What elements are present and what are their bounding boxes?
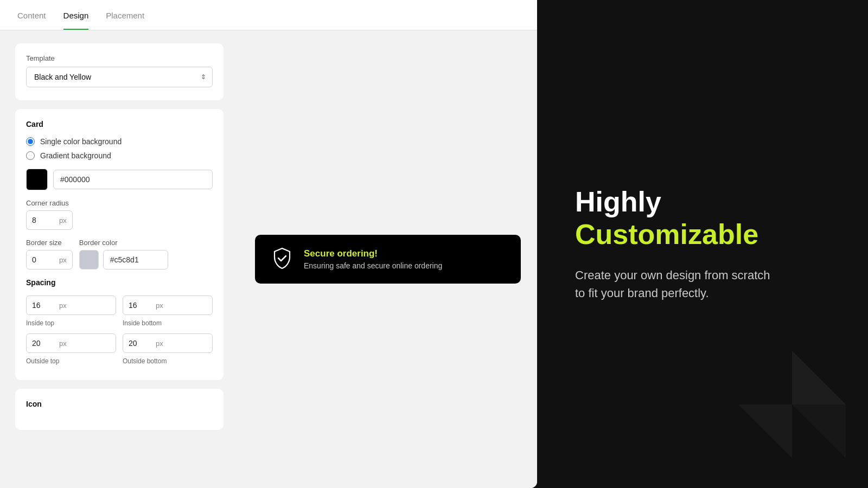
radio-gradient-label: Gradient background [40,151,111,160]
outside-top-field: px Outside top [26,333,116,365]
radio-single-color-label: Single color background [40,137,122,146]
svg-marker-0 [792,351,846,404]
outside-top-input[interactable] [27,334,59,352]
template-label: Template [26,54,213,62]
inside-bottom-wrapper: px [123,296,213,315]
right-panel: Highly Customizable Create your own desi… [537,0,868,488]
left-panel: Content Design Placement Template Black … [0,0,537,488]
inside-top-field: px Inside top [26,296,116,327]
deco-arrows [732,345,852,466]
border-color-col: Border color [79,239,168,269]
border-size-label: Border size [26,239,73,247]
outside-bottom-label: Outside bottom [123,357,213,365]
panel-content: Template Black and Yellow White and Gree… [0,30,537,488]
right-body: Create your own design from scratch to f… [575,266,781,302]
tab-content[interactable]: Content [17,0,46,30]
preview-area: Secure ordering! Ensuring safe and secur… [239,30,537,488]
icon-section-title: Icon [26,400,213,408]
corner-radius-unit: px [59,216,72,224]
notif-subtitle: Ensuring safe and secure online ordering [304,261,442,270]
inside-top-input[interactable] [27,296,59,314]
inside-top-wrapper: px [26,296,116,315]
icon-section: Icon [15,389,224,430]
right-headline: Highly Customizable [575,186,835,251]
border-size-col: Border size px [26,239,73,269]
color-row [26,169,213,190]
card-section: Card Single color background Gradient ba… [15,109,224,380]
border-row: Border size px Border color [26,239,213,269]
tab-placement[interactable]: Placement [106,0,144,30]
template-select-wrapper: Black and Yellow White and Green Blue Cl… [26,67,213,87]
shield-icon [270,246,294,270]
radio-gradient-input[interactable] [26,151,35,160]
inside-bottom-unit: px [156,301,169,310]
bg-type-radio-group: Single color background Gradient backgro… [26,137,213,160]
notif-text: Secure ordering! Ensuring safe and secur… [304,248,442,270]
border-size-input-wrapper: px [26,250,73,269]
radio-gradient[interactable]: Gradient background [26,151,213,160]
border-size-input[interactable] [27,251,59,269]
radio-single-color-input[interactable] [26,137,35,146]
outside-bottom-field: px Outside bottom [123,333,213,365]
svg-marker-2 [792,404,846,458]
border-size-unit: px [59,256,72,264]
shield-icon-wrap [270,246,294,272]
outside-bottom-input[interactable] [123,334,156,352]
border-color-swatch[interactable] [79,250,99,269]
radio-single-color[interactable]: Single color background [26,137,213,146]
inside-top-unit: px [59,301,72,310]
outside-top-unit: px [59,339,72,348]
inside-bottom-label: Inside bottom [123,319,213,327]
border-color-row [79,250,168,269]
tab-design[interactable]: Design [63,0,89,30]
spacing-title: Spacing [26,278,213,287]
corner-radius-input-wrapper: px [26,210,73,230]
outside-top-label: Outside top [26,357,116,365]
template-section: Template Black and Yellow White and Gree… [15,43,224,100]
headline-line1: Highly [575,186,835,219]
corner-radius-row: px [26,210,213,230]
card-section-title: Card [26,120,213,129]
tabs-bar: Content Design Placement [0,0,537,30]
inside-top-label: Inside top [26,319,116,327]
border-color-label: Border color [79,239,168,247]
corner-radius-label: Corner radius [26,199,213,207]
corner-radius-input[interactable] [27,211,59,229]
settings-sidebar: Template Black and Yellow White and Gree… [0,30,239,488]
outside-top-wrapper: px [26,333,116,353]
spacing-grid: px Inside top px Inside bottom [26,296,213,365]
inside-bottom-field: px Inside bottom [123,296,213,327]
outside-bottom-wrapper: px [123,333,213,353]
color-swatch[interactable] [26,169,48,190]
outside-bottom-unit: px [156,339,169,348]
svg-marker-1 [738,404,792,458]
template-select[interactable]: Black and Yellow White and Green Blue Cl… [26,67,213,87]
headline-line2: Customizable [575,219,835,251]
notif-title: Secure ordering! [304,248,442,259]
color-hex-input[interactable] [53,170,213,189]
notification-card: Secure ordering! Ensuring safe and secur… [255,235,521,284]
deco-arrows-svg [732,345,852,464]
border-color-hex-input[interactable] [103,250,168,269]
inside-bottom-input[interactable] [123,296,156,314]
